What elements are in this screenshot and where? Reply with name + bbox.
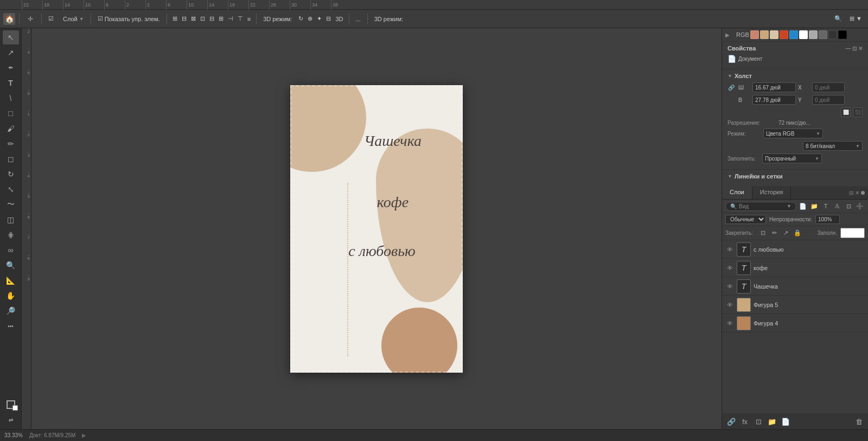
layer-item-chashechka[interactable]: 👁 T Чашечка (722, 277, 868, 296)
warp-tool[interactable]: 〜 (3, 197, 19, 212)
fill-pct-input[interactable]: 200% (840, 228, 865, 238)
layer-mask-btn[interactable]: ⊡ (844, 201, 853, 211)
opacity-input[interactable] (815, 215, 840, 224)
layer-eye-1[interactable]: 👁 (725, 245, 734, 254)
gradient-tool[interactable]: ◫ (3, 213, 19, 227)
document-canvas[interactable]: Чашечка кофе с любовью (290, 85, 463, 373)
layer-dropdown[interactable]: Слой ▼ (60, 15, 87, 23)
layer-item-kofe[interactable]: 👁 T кофе (722, 259, 868, 277)
add-mask-btn[interactable]: ⊡ (752, 416, 764, 427)
layer-eye-2[interactable]: 👁 (725, 264, 734, 272)
align-vert-btn[interactable]: ⊤ (236, 14, 245, 23)
height-input[interactable] (752, 95, 796, 105)
mode-dropdown[interactable]: Цвета RGB ▼ (763, 129, 823, 138)
layer-style-btn[interactable]: ➕ (855, 201, 865, 211)
layer-eye-4[interactable]: 👁 (725, 301, 734, 309)
delete-layer-btn[interactable]: 🗑 (853, 416, 865, 427)
align-dist-btn[interactable]: ≡ (246, 14, 252, 23)
direct-selection-tool[interactable]: ↗ (3, 46, 19, 60)
layer-new-btn[interactable]: 📄 (798, 201, 808, 211)
panel-menu-icon[interactable]: ⊟ (849, 190, 853, 196)
swatch-8[interactable] (819, 30, 827, 39)
doc-info[interactable]: Докт: 6.87М/9.25М (29, 432, 75, 438)
align-left-btn[interactable]: ⊞ (171, 14, 179, 23)
eraser-tool[interactable]: ◻ (3, 152, 19, 166)
shape-tool[interactable]: □ (3, 106, 19, 120)
width-input[interactable] (752, 82, 796, 92)
lock-position-btn[interactable]: ✏ (770, 228, 780, 238)
measure-tool[interactable]: 📐 (3, 273, 19, 287)
rotate-3d-btn[interactable]: ↻ (297, 14, 305, 23)
home-button[interactable]: 🏠 (3, 13, 15, 25)
brush-tool[interactable]: 🖌 (3, 122, 19, 136)
move-tool-btn[interactable]: ✛ (23, 14, 37, 24)
align-horiz-btn[interactable]: ⊣ (226, 14, 235, 23)
panel-collapse-btn[interactable]: — ⊡ ✕ (845, 46, 863, 52)
more-options-btn[interactable]: ... (353, 15, 363, 23)
swatch-7[interactable] (809, 30, 818, 39)
align-bottom-btn[interactable]: ⊞ (217, 14, 225, 23)
align-middle-btn[interactable]: ⊟ (208, 14, 216, 23)
landscape-btn[interactable]: ⬛ (853, 107, 863, 117)
3d-label-btn[interactable]: 3D (334, 14, 344, 23)
canvas-area[interactable]: Чашечка кофе с любовью (31, 28, 722, 429)
selection-tool[interactable]: ↖ (3, 30, 19, 44)
layer-link-btn[interactable]: T (821, 201, 831, 211)
layer-eye-5[interactable]: 👁 (725, 319, 734, 328)
new-layer-btn[interactable]: 📄 (780, 416, 792, 427)
panel-close-icon[interactable]: ✕ (855, 190, 859, 196)
more-tools-btn[interactable]: ••• (3, 319, 19, 333)
new-group-btn[interactable]: 📁 (766, 416, 778, 427)
pencil-tool[interactable]: ✏ (3, 137, 19, 151)
lock-all-btn[interactable]: 🔒 (793, 228, 802, 238)
link-layers-btn[interactable]: 🔗 (725, 416, 737, 427)
hand-tool[interactable]: ✋ (3, 289, 19, 303)
swatch-2[interactable] (760, 30, 769, 39)
swatch-3[interactable] (770, 30, 778, 39)
rotate-tool[interactable]: ↻ (3, 167, 19, 181)
pen-tool[interactable]: ✒ (3, 61, 19, 75)
zoom-3d-btn[interactable]: ⊕ (306, 14, 314, 23)
reset-3d-btn[interactable]: ⊟ (324, 14, 333, 23)
layer-item-figura4[interactable]: 👁 Фигура 4 (722, 314, 868, 333)
scale-tool[interactable]: ⤡ (3, 182, 19, 196)
search-button[interactable]: 🔍 (832, 14, 845, 23)
x-input[interactable] (812, 82, 845, 92)
layer-fx-btn[interactable]: 𝔸 (832, 201, 842, 211)
swap-colors[interactable]: ⇄ (3, 413, 19, 427)
bitdepth-dropdown[interactable]: 8 бит/канал ▼ (803, 141, 863, 151)
swatch-10[interactable] (838, 30, 847, 39)
layer-group-btn[interactable]: 📁 (809, 201, 819, 211)
mesh-tool[interactable]: ⋕ (3, 228, 19, 242)
lock-pixels-btn[interactable]: ⊡ (758, 228, 768, 238)
y-input[interactable] (812, 95, 845, 105)
layer-item-figura5[interactable]: 👁 Фигура 5 (722, 296, 868, 314)
pan-3d-btn[interactable]: ✦ (315, 14, 323, 23)
fill-dropdown[interactable]: Прозрачный ▼ (762, 154, 822, 163)
lock-artboard-btn[interactable]: ↗ (781, 228, 791, 238)
show-controls-checkbox[interactable]: ☑ Показать упр. элем. (95, 14, 163, 23)
zoom-tool[interactable]: 🔎 (3, 304, 19, 318)
lock-chain[interactable]: 🔗 (727, 84, 735, 91)
eyedropper-tool[interactable]: 🔍 (3, 258, 19, 272)
swatch-6[interactable] (799, 30, 808, 39)
tab-layers[interactable]: Слои (722, 186, 752, 199)
line-tool[interactable]: \ (3, 91, 19, 105)
status-arrow[interactable]: ▶ (82, 432, 86, 438)
swatch-5[interactable] (789, 30, 798, 39)
blend-tool[interactable]: ∞ (3, 243, 19, 257)
tab-history[interactable]: История (752, 186, 792, 199)
portrait-btn[interactable]: ⬜ (841, 107, 851, 117)
3d-mode-dropdown[interactable]: 3D режим: (372, 15, 406, 23)
align-right-btn[interactable]: ⊠ (189, 14, 197, 23)
swatch-4[interactable] (780, 30, 788, 39)
layer-eye-3[interactable]: 👁 (725, 282, 734, 291)
autoselect-checkbox[interactable]: ☑ (46, 14, 58, 23)
swatch-9[interactable] (828, 30, 837, 39)
align-center-btn[interactable]: ⊟ (180, 14, 188, 23)
blend-mode-select[interactable]: Обычные (725, 215, 766, 224)
fill-color[interactable] (3, 398, 19, 412)
view-options-btn[interactable]: ⊞ ▼ (847, 14, 865, 23)
search-bar[interactable]: 🔍 Вид ▼ (725, 202, 796, 211)
swatch-1[interactable] (750, 30, 759, 39)
